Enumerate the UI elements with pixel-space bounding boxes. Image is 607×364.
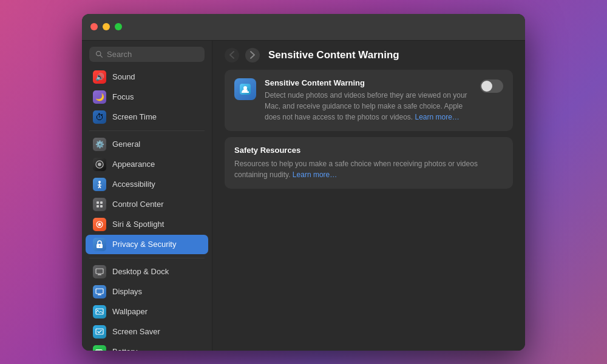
svg-rect-10	[100, 201, 103, 204]
sidebar-label-accessibility: Accessibility	[112, 180, 155, 189]
svg-line-1	[100, 55, 102, 57]
sidebar-label-control-center: Control Center	[112, 200, 164, 209]
sensitive-content-card: Sensitive Content Warning Detect nude ph…	[225, 70, 513, 131]
svg-rect-20	[98, 294, 101, 295]
sensitive-content-toggle-container	[480, 79, 503, 93]
svg-rect-23	[96, 329, 103, 334]
sensitive-content-row: Sensitive Content Warning Detect nude ph…	[234, 78, 503, 123]
sidebar-item-screen-saver[interactable]: Screen Saver	[86, 322, 208, 342]
sensitive-content-icon	[234, 78, 256, 100]
svg-point-4	[98, 181, 101, 183]
minimize-button[interactable]	[103, 23, 110, 30]
svg-point-16	[99, 245, 100, 246]
divider-2	[89, 258, 205, 258]
svg-rect-18	[98, 274, 101, 275]
forward-button[interactable]	[245, 48, 260, 62]
svg-point-14	[98, 223, 101, 226]
sidebar-label-desktop-dock: Desktop & Dock	[112, 267, 169, 276]
sensitive-content-toggle[interactable]	[480, 79, 503, 93]
accessibility-icon	[93, 178, 106, 191]
sidebar-item-appearance[interactable]: Appearance	[86, 155, 208, 174]
svg-rect-9	[97, 201, 99, 204]
sidebar-item-wallpaper[interactable]: Wallpaper	[86, 302, 208, 322]
search-placeholder: Search	[107, 50, 132, 59]
page-title: Sensitive Content Warning	[268, 49, 399, 61]
sidebar-label-displays: Displays	[112, 287, 142, 296]
sidebar-label-battery: Battery	[112, 347, 137, 351]
sidebar-label-general: General	[112, 140, 140, 149]
appearance-icon	[93, 158, 106, 171]
safety-resources-desc: Resources to help you make a safe choice…	[234, 158, 503, 180]
sidebar-label-siri: Siri & Spotlight	[112, 220, 164, 229]
siri-icon	[93, 218, 106, 231]
screen-saver-icon	[93, 325, 106, 339]
search-box[interactable]: Search	[89, 47, 205, 62]
sidebar-item-displays[interactable]: Displays	[86, 282, 208, 302]
battery-icon	[93, 345, 106, 351]
sidebar-item-siri[interactable]: Siri & Spotlight	[86, 215, 208, 234]
svg-rect-11	[97, 205, 99, 207]
sidebar-item-desktop-dock[interactable]: Desktop & Dock	[86, 262, 208, 281]
sensitive-learn-more[interactable]: Learn more…	[415, 113, 459, 121]
maximize-button[interactable]	[115, 23, 122, 30]
svg-rect-17	[96, 269, 103, 274]
safety-resources-card: Safety Resources Resources to help you m…	[225, 137, 513, 189]
screen-time-icon: ⏱	[93, 110, 106, 124]
sensitive-content-text: Sensitive Content Warning Detect nude ph…	[265, 78, 472, 123]
title-bar	[82, 14, 525, 41]
sidebar-label-screen-saver: Screen Saver	[112, 327, 160, 336]
safety-resources-title: Safety Resources	[234, 146, 503, 155]
focus-icon: 🌙	[93, 90, 106, 104]
sidebar-item-sound[interactable]: 🔊 Sound	[86, 67, 208, 87]
sidebar-item-screen-time[interactable]: ⏱ Screen Time	[86, 107, 208, 127]
divider-1	[89, 130, 205, 131]
sidebar-list: 🔊 Sound 🌙 Focus ⏱ Screen Time ⚙️ General	[82, 67, 212, 351]
general-icon: ⚙️	[93, 138, 106, 151]
search-container: Search	[82, 41, 212, 67]
sidebar-item-general[interactable]: ⚙️ General	[86, 135, 208, 154]
sidebar-label-focus: Focus	[112, 92, 134, 101]
traffic-lights	[90, 23, 122, 30]
control-center-icon	[93, 198, 106, 211]
back-button[interactable]	[225, 48, 239, 62]
sidebar-label-appearance: Appearance	[112, 160, 155, 169]
content-body: Sensitive Content Warning Detect nude ph…	[212, 70, 525, 351]
svg-point-22	[97, 310, 98, 311]
sensitive-content-title: Sensitive Content Warning	[265, 78, 472, 87]
displays-icon	[93, 285, 106, 298]
safety-learn-more[interactable]: Learn more…	[293, 170, 337, 179]
sidebar-item-battery[interactable]: Battery	[86, 342, 208, 351]
svg-rect-12	[100, 205, 103, 207]
sidebar-label-sound: Sound	[112, 72, 135, 81]
svg-point-3	[98, 163, 101, 166]
sensitive-content-desc: Detect nude photos and videos before the…	[265, 90, 472, 123]
wallpaper-icon	[93, 305, 106, 318]
svg-rect-19	[96, 289, 103, 294]
sidebar: Search 🔊 Sound 🌙 Focus ⏱ Screen Time	[82, 41, 212, 351]
privacy-icon	[93, 238, 106, 251]
sidebar-item-privacy[interactable]: Privacy & Security	[86, 235, 208, 254]
svg-rect-26	[97, 350, 101, 351]
sidebar-item-control-center[interactable]: Control Center	[86, 195, 208, 214]
content-header: Sensitive Content Warning	[212, 41, 525, 70]
sidebar-item-focus[interactable]: 🌙 Focus	[86, 87, 208, 107]
svg-line-8	[100, 186, 101, 188]
sidebar-label-wallpaper: Wallpaper	[112, 307, 148, 316]
sidebar-label-screen-time: Screen Time	[112, 112, 157, 121]
window-body: Search 🔊 Sound 🌙 Focus ⏱ Screen Time	[82, 41, 525, 351]
main-content: Sensitive Content Warning	[212, 41, 525, 351]
sound-icon: 🔊	[93, 70, 106, 84]
main-window: Search 🔊 Sound 🌙 Focus ⏱ Screen Time	[82, 14, 525, 351]
sidebar-item-accessibility[interactable]: Accessibility	[86, 175, 208, 194]
search-icon	[95, 50, 103, 58]
desktop-dock-icon	[93, 265, 106, 278]
close-button[interactable]	[90, 23, 98, 30]
sidebar-label-privacy: Privacy & Security	[112, 240, 176, 249]
